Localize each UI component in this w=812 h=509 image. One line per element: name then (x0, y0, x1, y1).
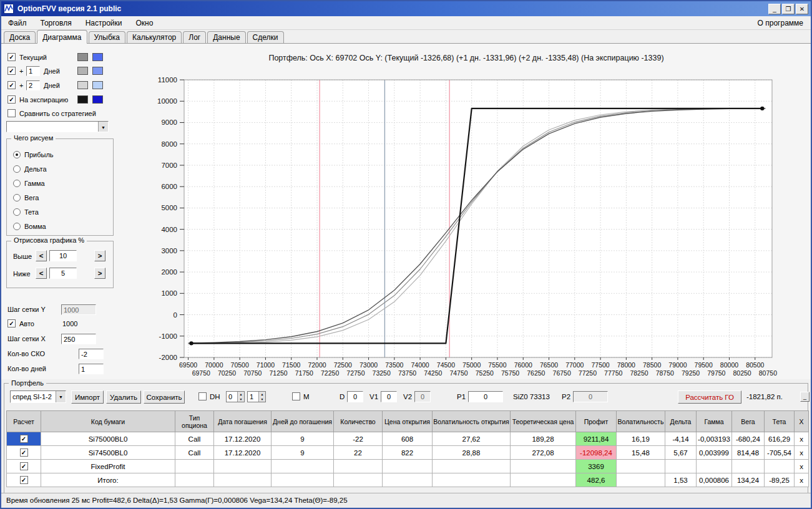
p1-input[interactable] (468, 391, 503, 402)
grid-step-y-input[interactable] (61, 304, 96, 315)
radio-option-theta[interactable]: Тета (7, 205, 113, 219)
row-delete-button[interactable]: x (795, 432, 809, 446)
column-header[interactable]: Тип опциона (175, 411, 214, 432)
above-decrease-button[interactable]: < (36, 250, 47, 261)
auto-checkbox[interactable] (7, 319, 16, 327)
tab-log[interactable]: Лог (183, 31, 206, 43)
tab-smile[interactable]: Улыбка (89, 31, 126, 43)
radio-option-vomma[interactable]: Вомма (7, 219, 113, 233)
column-header[interactable]: Волатильность (617, 411, 665, 432)
column-header[interactable]: Дата погашения (214, 411, 271, 432)
expiration-color1-swatch[interactable] (77, 95, 88, 104)
chevron-down-icon[interactable] (98, 122, 108, 132)
row-checkbox[interactable] (20, 448, 28, 457)
row-delete-button[interactable]: x (795, 460, 809, 473)
v1-input[interactable] (381, 391, 397, 402)
plus2-checkbox[interactable] (7, 81, 16, 89)
chevron-down-icon[interactable] (56, 391, 66, 402)
below-decrease-button[interactable]: < (36, 268, 47, 279)
save-button[interactable]: Сохранить (144, 390, 185, 404)
row-checkbox[interactable] (20, 476, 28, 484)
column-header[interactable]: Количество (334, 411, 383, 432)
expiration-checkbox[interactable] (7, 95, 16, 104)
row-calc-cell[interactable] (7, 432, 41, 446)
sko-input[interactable] (79, 349, 104, 359)
spinner-up-icon[interactable] (258, 392, 265, 397)
calculate-go-button[interactable]: Рассчитать ГО (678, 390, 741, 404)
column-header[interactable]: Профит (576, 411, 617, 432)
plus1-color1-swatch[interactable] (77, 67, 88, 75)
column-header[interactable]: X (795, 411, 809, 432)
p2-input[interactable] (573, 391, 608, 402)
preset-select[interactable]: спред SI-1-2 (10, 390, 66, 403)
spinner-up-icon[interactable] (237, 392, 244, 397)
menu-item-settings[interactable]: Настройки (79, 17, 129, 29)
dh-spinner-2[interactable]: 1 (247, 391, 266, 402)
current-checkbox[interactable] (7, 53, 16, 61)
menu-item-window[interactable]: Окно (129, 17, 160, 29)
row-calc-cell[interactable] (7, 473, 41, 487)
plus1-color2-swatch[interactable] (92, 67, 103, 75)
column-header[interactable]: Расчет (7, 411, 41, 432)
menu-item-file[interactable]: Файл (1, 17, 34, 29)
radio-option-gamma[interactable]: Гамма (7, 176, 113, 190)
plus2-color2-swatch[interactable] (92, 81, 103, 89)
row-delete-button[interactable]: x (795, 473, 809, 487)
column-header[interactable]: Волатильность открытия (433, 411, 511, 432)
plus2-days-input[interactable] (26, 80, 40, 90)
column-header[interactable]: Цена открытия (383, 411, 433, 432)
below-input[interactable] (49, 268, 77, 279)
tab-diagram[interactable]: Диаграмма (37, 30, 87, 44)
above-increase-button[interactable]: > (94, 250, 105, 261)
x-tick-label-offset: 77250 (579, 369, 597, 377)
column-header[interactable]: Дней до погашения (271, 411, 334, 432)
expiration-color2-swatch[interactable] (92, 95, 103, 104)
dh-checkbox[interactable] (198, 392, 207, 400)
maximize-button[interactable]: ❐ (782, 4, 795, 14)
tab-board[interactable]: Доска (4, 31, 36, 43)
menu-about[interactable]: О программе (751, 17, 811, 29)
plus1-days-input[interactable] (26, 66, 40, 76)
current-color2-swatch[interactable] (92, 53, 103, 61)
column-header[interactable]: Гамма (697, 411, 732, 432)
column-header[interactable]: Тета (765, 411, 795, 432)
m-checkbox[interactable] (292, 392, 300, 400)
dh-spinner-1[interactable]: 0 (226, 391, 245, 402)
below-increase-button[interactable]: > (94, 268, 105, 279)
close-button[interactable]: ✕ (796, 4, 808, 14)
plus2-color1-swatch[interactable] (77, 81, 88, 89)
radio-option-profit[interactable]: Прибыль (7, 147, 113, 162)
v2-input[interactable] (414, 391, 431, 402)
tab-data[interactable]: Данные (207, 31, 245, 43)
column-header[interactable]: Вега (732, 411, 765, 432)
grid-step-x-input[interactable] (61, 334, 96, 344)
strategy-select[interactable] (6, 121, 109, 132)
radio-option-delta[interactable]: Дельта (7, 162, 113, 176)
plus1-checkbox[interactable] (7, 67, 16, 75)
row-checkbox[interactable] (20, 462, 28, 470)
column-header[interactable]: Теоретическая цена (511, 411, 576, 432)
row-calc-cell[interactable] (7, 446, 41, 460)
tab-deals[interactable]: Сделки (247, 31, 284, 43)
x-tick-label: 70000 (205, 361, 223, 369)
above-input[interactable] (49, 250, 77, 261)
spinner-down-icon[interactable] (237, 397, 244, 402)
y-tick-label: 10000 (157, 97, 177, 105)
compare-strategy-checkbox[interactable] (7, 109, 16, 117)
tab-calculator[interactable]: Калькулятор (127, 31, 182, 43)
days-count-input[interactable] (79, 364, 104, 374)
current-color1-swatch[interactable] (77, 53, 88, 61)
row-delete-button[interactable]: x (795, 446, 809, 460)
d-input[interactable] (347, 391, 363, 402)
menu-item-trade[interactable]: Торговля (34, 17, 79, 29)
radio-option-vega[interactable]: Вега (7, 190, 113, 205)
row-checkbox[interactable] (20, 435, 28, 443)
toolbar-collapse-button[interactable]: _ (800, 392, 810, 402)
delete-button[interactable]: Удалить (106, 390, 141, 404)
import-button[interactable]: Импорт (71, 390, 104, 404)
row-calc-cell[interactable] (7, 460, 41, 473)
minimize-button[interactable]: _ (768, 4, 781, 14)
column-header[interactable]: Код бумаги (41, 411, 175, 432)
column-header[interactable]: Дельта (665, 411, 697, 432)
spinner-down-icon[interactable] (258, 397, 265, 402)
